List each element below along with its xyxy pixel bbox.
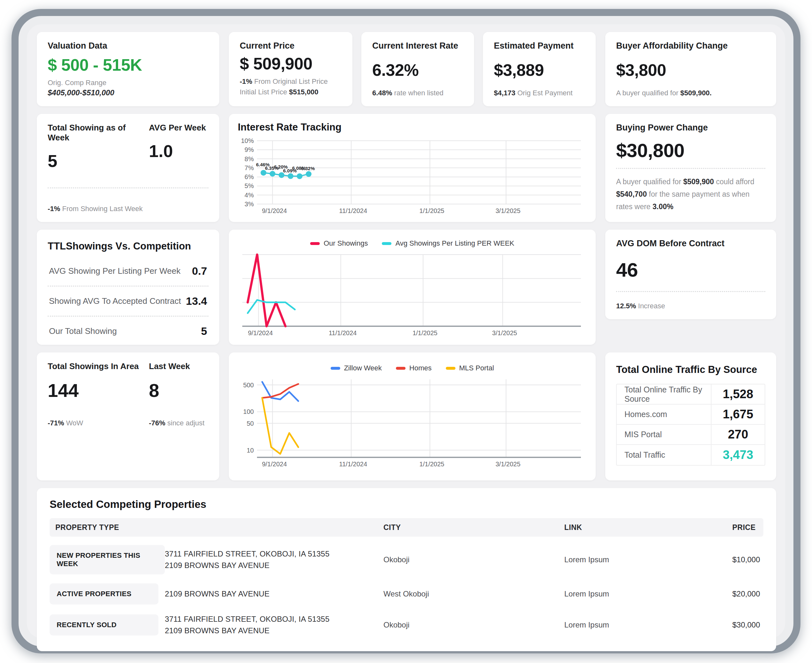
property-link[interactable]: Lorem Ipsum xyxy=(559,555,726,564)
svg-text:11/1/2024: 11/1/2024 xyxy=(339,461,368,467)
table-row: ACTIVE PROPERTIES 2109 BROWNS BAY AVENUE… xyxy=(50,579,763,609)
estimated-payment-card: Estimated Payment $3,889 $4,173 Orig Est… xyxy=(483,32,596,106)
estimated-payment-note: $4,173 Orig Est Payment xyxy=(494,89,585,97)
last-week-value: 8 xyxy=(149,380,208,401)
buyer-affordability-value: $3,800 xyxy=(616,60,765,80)
valuation-sub-value: $405,000-$510,000 xyxy=(48,88,208,97)
since-adjust-text: since adjust xyxy=(167,419,204,427)
total-showing-note: -1% From Showing Last Week xyxy=(48,205,208,213)
address-line: 3711 FAIRFIELD STREET, OKOBOJI, IA 51355 xyxy=(165,548,378,560)
svg-text:3%: 3% xyxy=(245,201,254,207)
bp-amount-1: $509,900 xyxy=(683,178,714,186)
header-property-type: PROPERTY TYPE xyxy=(50,523,165,532)
property-address: 2109 BROWNS BAY AVENUE xyxy=(165,588,378,600)
valuation-subtext: Orig. Comp Range $405,000-$510,000 xyxy=(48,79,208,97)
bp-text-2: could afford xyxy=(714,178,754,186)
svg-text:9/1/2024: 9/1/2024 xyxy=(262,461,287,467)
svg-text:9/1/2024: 9/1/2024 xyxy=(262,207,287,214)
total-showing-left: Total Showing as of Week 5 xyxy=(48,123,149,171)
svg-text:7%: 7% xyxy=(245,164,254,171)
traffic-chart-card: Zillow WeekHomesMLS Portal 9/1/202411/1/… xyxy=(229,353,596,480)
row1-middle-cards: Current Price $ 509,900 -1% From Origina… xyxy=(229,32,596,106)
property-link[interactable]: Lorem Ipsum xyxy=(559,589,726,598)
ttl-showings-card: TTLShowings Vs. Competition AVG Showing … xyxy=(37,230,219,345)
estimated-payment-value: $3,889 xyxy=(494,60,585,80)
avg-per-week-title: AVG Per Week xyxy=(149,123,208,133)
svg-text:3/1/2025: 3/1/2025 xyxy=(492,330,517,336)
legend-swatch xyxy=(310,242,320,245)
ttl-row-value: 5 xyxy=(201,325,207,337)
dashboard-root: Valuation Data $ 500 - 515K Orig. Comp R… xyxy=(0,0,812,663)
total-showing-columns: Total Showing as of Week 5 AVG Per Week … xyxy=(48,123,208,171)
property-link[interactable]: Lorem Ipsum xyxy=(559,621,726,629)
showings-area-value: 144 xyxy=(48,380,149,401)
traffic-chart-legend: Zillow WeekHomesMLS Portal xyxy=(238,364,587,372)
bp-rate: 3.00% xyxy=(653,202,673,211)
bp-amount-2: $540,700 xyxy=(616,190,647,198)
traffic-row-label: Total Online Traffic By Source xyxy=(617,385,712,404)
svg-text:9/1/2024: 9/1/2024 xyxy=(248,330,273,336)
svg-text:10: 10 xyxy=(247,447,254,454)
table-row: RECENTLY SOLD 3711 FAIRFIELD STREET, OKO… xyxy=(50,609,763,641)
property-address: 3711 FAIRFIELD STREET, OKOBOJI, IA 51355… xyxy=(165,548,378,571)
svg-text:5%: 5% xyxy=(245,182,254,189)
ttl-row-label: Showing AVG To Accepted Contract xyxy=(49,296,181,306)
traffic-row-total: Total Traffic 3,473 xyxy=(617,445,765,465)
svg-text:1/1/2025: 1/1/2025 xyxy=(413,330,438,336)
competing-properties-title: Selected Competing Properties xyxy=(50,498,763,511)
property-type-badge: NEW PROPERTIES THIS WEEK xyxy=(50,545,165,574)
buying-power-card: Buying Power Change $30,800 A buyer qual… xyxy=(605,114,776,222)
header-city: CITY xyxy=(378,523,559,532)
wow-text: WoW xyxy=(66,419,83,427)
property-price: $20,000 xyxy=(726,589,763,598)
property-type-badge: RECENTLY SOLD xyxy=(50,614,159,636)
divider xyxy=(616,168,765,169)
svg-text:4%: 4% xyxy=(245,192,254,199)
avg-per-week-value: 1.0 xyxy=(149,141,208,161)
current-price-value: $ 509,900 xyxy=(240,54,342,73)
header-link: LINK xyxy=(559,523,726,532)
svg-text:6.32%: 6.32% xyxy=(301,166,315,171)
avg-dom-title: AVG DOM Before Contract xyxy=(616,239,765,249)
ttl-row-label: AVG Showing Per Listing Per Week xyxy=(49,266,180,276)
legend-item: MLS Portal xyxy=(446,364,494,372)
dashboard-grid: Valuation Data $ 500 - 515K Orig. Comp R… xyxy=(37,32,776,651)
rate-when-listed-value: 6.48% xyxy=(372,89,392,97)
valuation-value: $ 500 - 515K xyxy=(48,55,208,74)
ttl-row: AVG Showing Per Listing Per Week 0.7 xyxy=(48,257,208,286)
avg-dom-note: 12.5% Increase xyxy=(616,302,765,310)
showings-area-note: -71% WoW xyxy=(48,419,149,427)
ttl-row-value: 13.4 xyxy=(186,295,207,307)
legend-swatch xyxy=(446,367,455,370)
avg-dom-value: 46 xyxy=(616,259,765,281)
traffic-by-source-table: Total Online Traffic By Source 1,528 Hom… xyxy=(616,384,765,466)
buyer-affordability-card: Buyer Affordability Change $3,800 A buye… xyxy=(605,32,776,106)
property-type-badge: ACTIVE PROPERTIES xyxy=(50,583,159,605)
buying-power-title: Buying Power Change xyxy=(616,123,765,133)
bp-text-1: A buyer qualified for xyxy=(616,178,683,186)
wow-delta: -71% xyxy=(48,419,64,427)
traffic-row: Homes.com 1,675 xyxy=(617,404,765,425)
traffic-row-label: Total Traffic xyxy=(617,445,712,465)
last-week-col: Last Week 8 -76% since adjust xyxy=(149,361,208,427)
property-city: West Okoboji xyxy=(378,589,559,598)
buyer-affordability-note: A buyer qualified for $509,900. xyxy=(616,89,765,97)
property-price: $10,000 xyxy=(726,555,763,564)
price-delta-text: From Original List Price xyxy=(254,78,328,86)
orig-est-payment-text: Orig Est Payment xyxy=(517,89,572,97)
svg-text:3/1/2025: 3/1/2025 xyxy=(496,461,520,467)
last-week-note: -76% since adjust xyxy=(149,419,208,427)
showings-chart-legend: Our ShowingsAvg Showings Per Listing PER… xyxy=(238,239,587,247)
avg-dom-delta: 12.5% xyxy=(616,302,636,310)
legend-swatch xyxy=(331,367,340,370)
address-line: 2109 BROWNS BAY AVENUE xyxy=(165,560,378,571)
svg-text:11/1/2024: 11/1/2024 xyxy=(329,330,357,336)
showing-delta: -1% xyxy=(48,205,60,213)
property-city: Okoboji xyxy=(378,555,559,564)
interest-rate-title: Current Interest Rate xyxy=(372,41,463,51)
traffic-by-source-card: Total Online Traffic By Source Total Onl… xyxy=(605,353,776,480)
buying-power-note: A buyer qualified for $509,900 could aff… xyxy=(616,176,765,213)
competing-properties-card: Selected Competing Properties PROPERTY T… xyxy=(37,488,776,651)
svg-text:1/1/2025: 1/1/2025 xyxy=(419,207,444,214)
svg-text:11/1/2024: 11/1/2024 xyxy=(339,207,368,214)
